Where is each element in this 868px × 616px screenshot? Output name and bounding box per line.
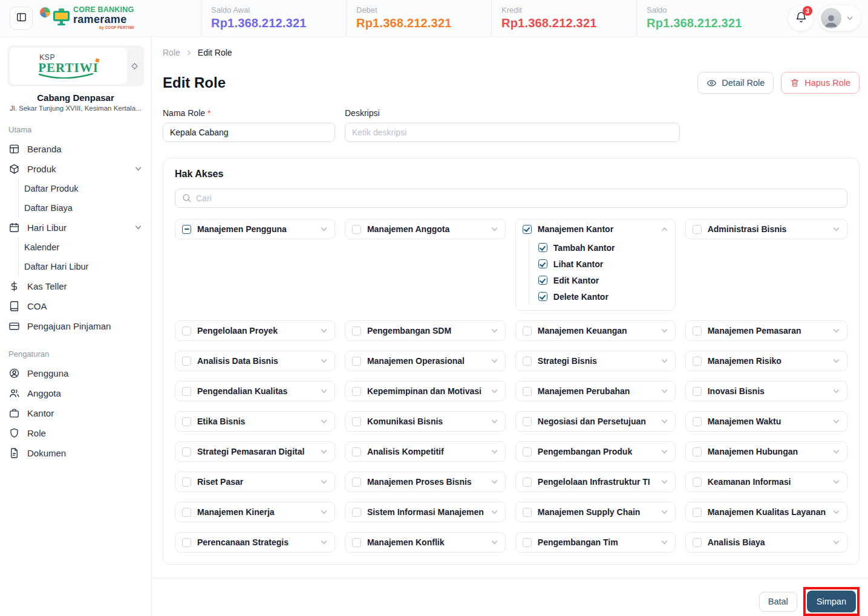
chevron-down-icon[interactable] — [832, 225, 841, 234]
simpan-button[interactable]: Simpan — [807, 591, 856, 612]
permission-subitem-lihat-kantor[interactable]: Lihat Kantor — [529, 256, 669, 272]
chevron-down-icon[interactable] — [832, 508, 841, 517]
chevron-down-icon[interactable] — [319, 538, 328, 547]
chevron-down-icon[interactable] — [319, 508, 328, 517]
chevron-down-icon[interactable] — [134, 164, 143, 173]
chevron-down-icon[interactable] — [490, 357, 499, 366]
permission-card-analisis-kompetitif[interactable]: Analisis Kompetitif — [345, 441, 506, 462]
nama-role-input[interactable] — [163, 123, 335, 142]
permission-card-manajemen-hubungan[interactable]: Manajemen Hubungan — [685, 441, 847, 462]
permission-card-analisis-biaya[interactable]: Analisis Biaya — [685, 532, 847, 553]
permission-checkbox[interactable] — [523, 357, 532, 366]
permission-checkbox[interactable] — [523, 447, 532, 456]
sidebar-item-dokumen[interactable]: Dokumen — [0, 443, 151, 463]
permission-checkbox[interactable] — [523, 387, 532, 396]
chevron-down-icon[interactable] — [832, 326, 841, 336]
permission-checkbox[interactable] — [352, 225, 361, 234]
hapus-role-button[interactable]: Hapus Role — [781, 72, 860, 94]
batal-button[interactable]: Batal — [759, 592, 797, 612]
permission-card-analisis-data-bisnis[interactable]: Analisis Data Bisnis — [175, 351, 335, 371]
permission-checkbox[interactable] — [182, 225, 191, 234]
chevron-up-icon[interactable] — [660, 225, 669, 234]
chevron-down-icon[interactable] — [490, 225, 499, 234]
permission-card-manajemen-anggota[interactable]: Manajemen Anggota — [345, 219, 506, 239]
permission-checkbox[interactable] — [538, 276, 547, 285]
permission-card-keamanan-informasi[interactable]: Keamanan Informasi — [685, 472, 847, 492]
permission-card-manajemen-keuangan[interactable]: Manajemen Keuangan — [515, 320, 676, 341]
chevron-down-icon[interactable] — [319, 326, 328, 336]
permission-checkbox[interactable] — [538, 243, 547, 252]
chevron-down-icon[interactable] — [660, 417, 669, 426]
chevron-down-icon[interactable] — [660, 478, 669, 487]
sidebar-item-role[interactable]: Role — [0, 423, 151, 443]
permission-checkbox[interactable] — [182, 447, 191, 456]
breadcrumb-root[interactable]: Role — [163, 48, 180, 57]
permission-checkbox[interactable] — [352, 508, 361, 517]
permission-checkbox[interactable] — [182, 538, 191, 547]
permission-checkbox[interactable] — [352, 357, 361, 366]
permission-subitem-tambah-kantor[interactable]: Tambah Kantor — [529, 239, 669, 256]
chevron-down-icon[interactable] — [832, 447, 841, 456]
sidebar-subitem-daftar-biaya[interactable]: Daftar Biaya — [19, 198, 151, 218]
chevron-down-icon[interactable] — [660, 447, 669, 456]
sidebar-item-pengajuan-pinjaman[interactable]: Pengajuan Pinjaman — [0, 316, 151, 336]
chevron-down-icon[interactable] — [660, 357, 669, 366]
permission-checkbox[interactable] — [693, 538, 702, 547]
chevron-down-icon[interactable] — [660, 387, 669, 396]
sidebar-item-kas-teller[interactable]: Kas Teller — [0, 276, 151, 296]
permission-card-manajemen-kinerja[interactable]: Manajemen Kinerja — [175, 502, 335, 522]
chevron-down-icon[interactable] — [319, 478, 328, 487]
branch-selector[interactable]: KSP PERTIWI — [7, 45, 144, 86]
unfold-icon[interactable] — [127, 62, 142, 71]
permission-card-inovasi-bisnis[interactable]: Inovasi Bisnis — [685, 381, 847, 401]
permission-checkbox[interactable] — [693, 417, 702, 426]
permission-card-manajemen-kualitas-layanan[interactable]: Manajemen Kualitas Layanan — [685, 502, 847, 522]
permission-card-strategi-bisnis[interactable]: Strategi Bisnis — [515, 351, 676, 371]
sidebar-item-anggota[interactable]: Anggota — [0, 383, 151, 403]
permission-checkbox[interactable] — [352, 538, 361, 547]
permission-card-pengelolaan-infrastruktur-ti[interactable]: Pengelolaan Infrastruktur TI — [515, 472, 676, 492]
permission-checkbox[interactable] — [693, 326, 702, 336]
permission-checkbox[interactable] — [693, 387, 702, 396]
permission-checkbox[interactable] — [182, 326, 191, 336]
permission-card-strategi-pemasaran-digital[interactable]: Strategi Pemasaran Digital — [175, 441, 335, 462]
permission-card-komunikasi-bisnis[interactable]: Komunikasi Bisnis — [345, 411, 506, 432]
permission-card-manajemen-operasional[interactable]: Manajemen Operasional — [345, 351, 506, 371]
sidebar-subitem-daftar-hari-libur[interactable]: Daftar Hari Libur — [19, 257, 151, 276]
permission-card-perencanaan-strategis[interactable]: Perencanaan Strategis — [175, 532, 335, 553]
permission-card-manajemen-waktu[interactable]: Manajemen Waktu — [685, 411, 847, 432]
permission-checkbox[interactable] — [352, 387, 361, 396]
permission-card-pengendalian-kualitas[interactable]: Pengendalian Kualitas — [175, 381, 335, 401]
detail-role-button[interactable]: Detail Role — [697, 72, 774, 94]
permission-card-pengembangan-sdm[interactable]: Pengembangan SDM — [345, 320, 506, 341]
permission-card-pengembangan-tim[interactable]: Pengembangan Tim — [515, 532, 676, 553]
chevron-down-icon[interactable] — [319, 387, 328, 396]
chevron-down-icon[interactable] — [319, 225, 328, 234]
permission-card-manajemen-pengguna[interactable]: Manajemen Pengguna — [175, 219, 335, 239]
permission-checkbox[interactable] — [538, 259, 547, 268]
sidebar-item-produk[interactable]: Produk — [0, 159, 151, 179]
permission-checkbox[interactable] — [352, 326, 361, 336]
chevron-down-icon[interactable] — [490, 538, 499, 547]
permission-checkbox[interactable] — [182, 508, 191, 517]
chevron-down-icon[interactable] — [490, 326, 499, 336]
permission-checkbox[interactable] — [693, 508, 702, 517]
chevron-down-icon[interactable] — [319, 417, 328, 426]
chevron-down-icon[interactable] — [832, 538, 841, 547]
sidebar-item-coa[interactable]: COA — [0, 296, 151, 316]
chevron-down-icon[interactable] — [490, 508, 499, 517]
permission-card-administrasi-bisnis[interactable]: Administrasi Bisnis — [685, 219, 847, 239]
permission-checkbox[interactable] — [523, 508, 532, 517]
permission-subitem-edit-kantor[interactable]: Edit Kantor — [529, 272, 669, 288]
sidebar-subitem-kalender[interactable]: Kalender — [19, 238, 151, 257]
permission-checkbox[interactable] — [182, 357, 191, 366]
permission-checkbox[interactable] — [352, 447, 361, 456]
chevron-down-icon[interactable] — [490, 387, 499, 396]
chevron-down-icon[interactable] — [490, 417, 499, 426]
notifications-button[interactable]: 3 — [788, 5, 814, 31]
sidebar-item-beranda[interactable]: Beranda — [0, 139, 151, 159]
chevron-down-icon[interactable] — [660, 538, 669, 547]
permission-card-sistem-informasi-manajemen[interactable]: Sistem Informasi Manajemen — [345, 502, 506, 522]
permission-checkbox[interactable] — [352, 417, 361, 426]
chevron-down-icon[interactable] — [319, 447, 328, 456]
